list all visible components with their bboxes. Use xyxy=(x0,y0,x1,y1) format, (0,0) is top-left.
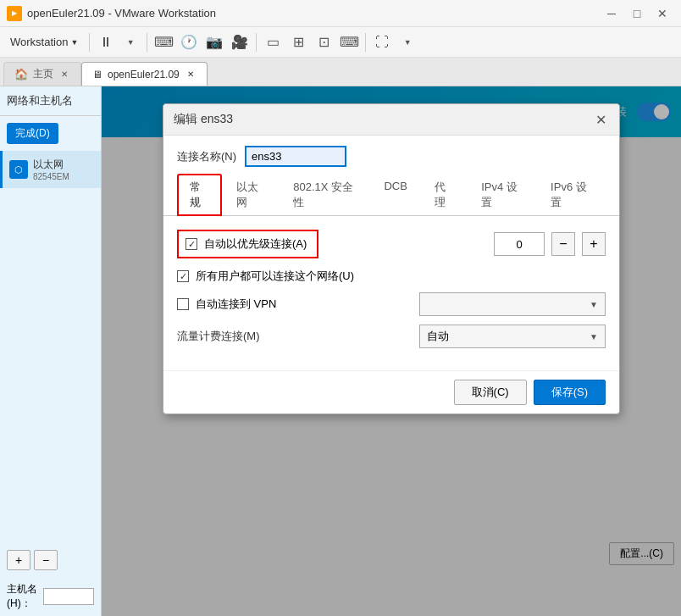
traffic-value: 自动 xyxy=(427,329,449,344)
remove-network-button[interactable]: − xyxy=(34,550,58,570)
send-ctrl-alt-del[interactable]: ⌨ xyxy=(152,31,175,54)
modal-title-bar: 编辑 ens33 ✕ xyxy=(163,104,619,136)
tab-home-close[interactable]: ✕ xyxy=(58,69,70,80)
vpn-checkbox[interactable] xyxy=(177,298,189,310)
tab-dcb[interactable]: DCB xyxy=(371,174,419,215)
fullscreen3-dropdown[interactable]: ▼ xyxy=(396,31,419,54)
snapshot-btn[interactable]: 🕐 xyxy=(177,31,201,54)
tab-home[interactable]: 🏠 主页 ✕ xyxy=(3,62,81,86)
vpn-row: 自动连接到 VPN ▼ xyxy=(177,292,606,316)
fullscreen2-btn[interactable]: ⛶ xyxy=(370,31,394,54)
menu-bar: Workstation ▼ ⏸ ▼ ⌨ 🕐 📷 🎥 ▭ ⊞ ⊡ ⌨ ⛶ ▼ xyxy=(0,27,681,58)
network-item-label: 以太网 xyxy=(33,158,69,172)
left-panel-header: 网络和主机名 xyxy=(0,86,101,116)
tab-vm-close[interactable]: ✕ xyxy=(185,69,197,80)
menu-separator-1 xyxy=(89,33,90,52)
hostname-input[interactable]: o xyxy=(43,588,94,605)
modal-dialog: 编辑 ens33 ✕ 连接名称(N) 常规 以太网 802.1X 安全性 DCB… xyxy=(163,103,620,414)
conn-name-input[interactable] xyxy=(245,146,346,167)
traffic-dropdown-arrow: ▼ xyxy=(590,332,598,341)
priority-plus-button[interactable]: + xyxy=(582,232,606,256)
window-title: openEuler21.09 - VMware Workstation xyxy=(27,7,216,19)
all-users-label: 所有用户都可以连接这个网络(U) xyxy=(196,269,354,284)
vpn-dropdown-arrow: ▼ xyxy=(590,300,598,309)
close-button[interactable]: ✕ xyxy=(651,2,674,25)
hostname-row: 主机名(H)： o xyxy=(0,577,101,616)
right-content: openEuler 21.09 安装 配置...(C) 编辑 ens33 ✕ 连… xyxy=(102,86,681,616)
minimize-button[interactable]: ─ xyxy=(600,2,623,25)
network-list-item[interactable]: ⬡ 以太网 82545EM xyxy=(0,151,101,188)
traffic-label: 流量计费连接(M) xyxy=(177,329,260,344)
traffic-dropdown[interactable]: 自动 ▼ xyxy=(419,325,606,348)
ethernet-icon: ⬡ xyxy=(9,160,28,179)
left-panel: 网络和主机名 完成(D) ⬡ 以太网 82545EM + − 主机名(H)： o xyxy=(0,86,102,616)
auto-priority-row: 自动以优先级连接(A) − + xyxy=(177,230,606,258)
snapshot2-btn[interactable]: 📷 xyxy=(202,31,226,54)
priority-minus-button[interactable]: − xyxy=(551,232,575,256)
tab-ipv4[interactable]: IPv4 设置 xyxy=(468,174,536,215)
auto-priority-right: − + xyxy=(494,232,606,256)
vpn-label: 自动连接到 VPN xyxy=(196,297,276,312)
workstation-menu[interactable]: Workstation ▼ xyxy=(3,32,85,52)
hostname-label: 主机名(H)： xyxy=(7,582,38,611)
vpn-left: 自动连接到 VPN xyxy=(177,297,276,312)
add-network-button[interactable]: + xyxy=(7,550,30,570)
conn-name-row: 连接名称(N) xyxy=(163,136,619,174)
all-users-row: 所有用户都可以连接这个网络(U) xyxy=(177,269,606,284)
network-item-sublabel: 82545EM xyxy=(33,172,69,181)
traffic-row: 流量计费连接(M) 自动 ▼ xyxy=(177,325,606,348)
vm-icon: 🖥 xyxy=(92,69,102,80)
priority-input[interactable] xyxy=(494,232,545,256)
menu-separator-2 xyxy=(147,33,147,52)
console-btn[interactable]: ⌨ xyxy=(337,31,361,54)
panel-actions: + − xyxy=(0,543,101,577)
vpn-dropdown[interactable]: ▼ xyxy=(419,292,606,316)
auto-priority-checkbox[interactable] xyxy=(185,238,197,250)
cancel-button[interactable]: 取消(C) xyxy=(454,380,527,405)
tab-general[interactable]: 常规 xyxy=(177,174,222,216)
all-users-checkbox[interactable] xyxy=(177,270,189,282)
tab-ipv6[interactable]: IPv6 设置 xyxy=(538,174,606,215)
tab-bar: 🏠 主页 ✕ 🖥 openEuler21.09 ✕ xyxy=(0,58,681,86)
tab-vm[interactable]: 🖥 openEuler21.09 ✕ xyxy=(81,62,208,86)
menu-separator-4 xyxy=(365,33,366,52)
pause-button[interactable]: ⏸ xyxy=(94,31,118,54)
maximize-button[interactable]: □ xyxy=(625,2,649,25)
tab-proxy[interactable]: 代理 xyxy=(422,174,467,215)
modal-close-button[interactable]: ✕ xyxy=(592,111,609,128)
auto-priority-left: 自动以优先级连接(A) xyxy=(177,230,318,258)
modal-title: 编辑 ens33 xyxy=(174,112,233,127)
complete-button[interactable]: 完成(D) xyxy=(7,123,58,144)
main-area: 网络和主机名 完成(D) ⬡ 以太网 82545EM + − 主机名(H)： o… xyxy=(0,86,681,616)
vm-window-btn[interactable]: ▭ xyxy=(261,31,285,54)
unity-btn[interactable]: ⊡ xyxy=(312,31,335,54)
auto-priority-label: 自动以优先级连接(A) xyxy=(204,236,307,252)
tab-home-label: 主页 xyxy=(33,67,53,81)
tab-8021x[interactable]: 802.1X 安全性 xyxy=(280,174,369,215)
app-icon xyxy=(7,6,22,21)
toolbar-group-1: ⏸ ▼ xyxy=(94,31,142,54)
snapshot3-btn[interactable]: 🎥 xyxy=(228,31,252,54)
modal-overlay: 编辑 ens33 ✕ 连接名称(N) 常规 以太网 802.1X 安全性 DCB… xyxy=(102,86,681,616)
menu-separator-3 xyxy=(256,33,257,52)
pause-dropdown[interactable]: ▼ xyxy=(119,31,142,54)
title-bar: openEuler21.09 - VMware Workstation ─ □ … xyxy=(0,0,681,27)
save-button[interactable]: 保存(S) xyxy=(534,380,606,405)
modal-tabs: 常规 以太网 802.1X 安全性 DCB 代理 IPv4 设置 IPv6 设置 xyxy=(163,174,619,216)
modal-body: 自动以优先级连接(A) − + 所有用户都可以连接这个网络(U) xyxy=(163,216,619,370)
conn-name-label: 连接名称(N) xyxy=(177,149,236,164)
tab-ethernet[interactable]: 以太网 xyxy=(224,174,279,215)
fullscreen-btn[interactable]: ⊞ xyxy=(286,31,310,54)
tab-vm-label: openEuler21.09 xyxy=(108,69,180,80)
modal-footer: 取消(C) 保存(S) xyxy=(163,370,619,413)
home-icon: 🏠 xyxy=(14,68,28,80)
